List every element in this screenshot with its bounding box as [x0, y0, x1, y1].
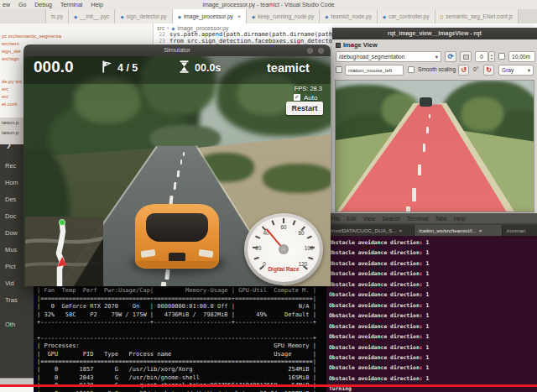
- check-icon: ✓: [295, 94, 300, 100]
- vscode-panel-file[interactable]: yc src/semantic_segmenta: [2, 33, 153, 40]
- terminal-output-line: Obstacle avoidance direction: 1: [329, 332, 537, 342]
- breadcrumb-file[interactable]: image_processor.py: [178, 25, 229, 31]
- red-alert-line: [0, 384, 537, 387]
- rotate-left-icon: ↺: [461, 66, 467, 74]
- segmentation-image[interactable]: [335, 80, 534, 212]
- terminal-menu-item[interactable]: Terminal: [407, 216, 429, 222]
- chevron-right-icon: ›: [167, 25, 169, 31]
- terminal-menubar: FileEditViewSearchTerminalTabsHelp: [326, 213, 537, 223]
- auto-checkbox[interactable]: ✓: [294, 94, 300, 101]
- tab-label: image_processor.py: [184, 13, 233, 19]
- maximize-button[interactable]: [318, 48, 324, 54]
- lane-dash: [412, 188, 416, 201]
- chevron-down-icon: ▾: [491, 57, 493, 60]
- terminal-output[interactable]: Obstacle avoidance direction: 1Obstacle …: [326, 236, 537, 392]
- vscode-tab[interactable]: ◆__init__.pyc: [69, 9, 115, 24]
- terminal-output-line: Obstacle avoidance direction: 1: [329, 374, 537, 384]
- hud-score: 000.0: [34, 58, 74, 76]
- vscode-tab[interactable]: ts.py: [46, 9, 69, 24]
- terminal-window: FileEditViewSearchTerminalTabsHelp /mnt/…: [326, 213, 537, 392]
- restart-button[interactable]: Restart: [286, 102, 323, 115]
- file-icon: ◆: [74, 14, 77, 19]
- smooth-scaling-label: Smooth scaling: [418, 66, 456, 72]
- close-icon[interactable]: ×: [237, 13, 241, 19]
- rqt-titlebar[interactable]: rqt_image_view__ImageView - rqt: [332, 28, 537, 39]
- distance-checkbox[interactable]: [498, 53, 505, 60]
- speedometer: 0 20 40 60 80 100 120 Digital Race: [244, 213, 323, 285]
- simulator-scene[interactable]: 000.0 4 / 5 00.0s teamict FPS: 28.3 ✓ Au…: [23, 56, 331, 286]
- tab-label: /catkin_ws/src/teamict/l...: [419, 227, 477, 233]
- vscode-tab-active[interactable]: ◆image_processor.py×: [173, 9, 247, 24]
- terminal-output-line: Obstacle avoidance direction: 1: [329, 311, 537, 321]
- trees: [461, 97, 503, 131]
- file-icon: ◆: [383, 14, 386, 19]
- save-image-button[interactable]: [460, 51, 472, 62]
- file-icon: ◆: [120, 14, 123, 19]
- rotate-left-button[interactable]: ↺: [458, 65, 469, 76]
- lane-dash: [429, 114, 430, 118]
- color-scheme-dropdown[interactable]: Gray▾: [498, 65, 534, 76]
- rotation-value: 0°: [473, 66, 478, 72]
- tab-label: car_controller.py: [388, 13, 429, 19]
- spin-arrows[interactable]: ▴▾: [488, 51, 495, 62]
- lane-dash: [180, 159, 182, 165]
- rotate-right-button[interactable]: ↻: [483, 65, 494, 76]
- vscode-menubar: ewGoDebugTerminalHelp image_processor.py…: [0, 0, 537, 9]
- tab-label: keep_running_node.py: [258, 13, 314, 19]
- trees: [74, 77, 141, 123]
- panel-title: Image View: [343, 41, 378, 49]
- vscode-tab[interactable]: ◆teamict_node.py: [320, 9, 378, 24]
- terminal-tab-active[interactable]: /catkin_ws/src/teamict/l... ×: [414, 225, 503, 236]
- line-number: 22: [154, 31, 165, 38]
- tab-label: ironman: [507, 227, 525, 233]
- distance-field[interactable]: 10,00m: [508, 51, 535, 62]
- terminal-output-line: Obstacle avoidance direction: 1: [329, 269, 537, 279]
- vscode-tab[interactable]: ◆keep_running_node.py: [247, 9, 320, 24]
- tab-label: __init__.pyc: [80, 13, 109, 19]
- terminal-output-line: Obstacle avoidance direction: 1: [329, 259, 537, 269]
- terminal-tab[interactable]: ironman: [503, 225, 537, 236]
- bushes: [263, 164, 331, 193]
- vscode-tab[interactable]: ◆sign_detector.py: [115, 9, 172, 24]
- fragment-tab[interactable]: tation.p: [0, 128, 23, 138]
- vscode-tab[interactable]: ◆car_controller.py: [378, 9, 435, 24]
- simulator-titlebar[interactable]: Simulator: [23, 44, 331, 56]
- terminal-menu-item[interactable]: View: [363, 216, 376, 222]
- terminal-menu-item[interactable]: Help: [454, 216, 466, 222]
- lane-dash: [418, 165, 421, 175]
- tab-label: sign_detector.py: [127, 13, 167, 19]
- simulator-window: Simulator: [23, 44, 331, 286]
- hud-checkpoints: 4 / 5: [117, 62, 138, 74]
- vscode-tab[interactable]: {}semantic_seg_ENet.conf.js: [435, 9, 519, 24]
- smooth-scaling-checkbox[interactable]: [408, 66, 414, 73]
- close-icon[interactable]: ×: [399, 227, 403, 233]
- close-icon[interactable]: ×: [479, 227, 482, 233]
- tab-label: ts.py: [51, 13, 63, 19]
- breadcrumb-folder[interactable]: src: [157, 25, 164, 31]
- terminal-menu-item[interactable]: Tabs: [435, 216, 447, 222]
- mouse-topic-checkbox[interactable]: [336, 66, 342, 73]
- terminal-menu-item[interactable]: File: [331, 216, 340, 222]
- terminal-output-line: Obstacle avoidance direction: 1: [329, 321, 537, 332]
- zoom-spinbox[interactable]: 0: [475, 51, 488, 62]
- refresh-topics-button[interactable]: ⟳: [445, 51, 456, 62]
- minimize-button[interactable]: [307, 48, 313, 54]
- terminal-output-line: Obstacle avoidance direction: 1: [329, 342, 537, 353]
- lane-dash: [426, 127, 429, 133]
- terminal-tab[interactable]: /mnt/DATA/CUOC_DUA_S... ×: [326, 225, 414, 236]
- gauge-label: 80: [298, 230, 304, 236]
- terminal-tabbar: /mnt/DATA/CUOC_DUA_S... × /catkin_ws/src…: [326, 223, 537, 236]
- panel-icon: [336, 43, 341, 48]
- rqt-window: rqt_image_view__ImageView - rqt Image Vi…: [332, 28, 537, 217]
- chevron-down-icon: ▾: [528, 67, 530, 74]
- fps-counter: FPS: 28.3: [238, 85, 322, 92]
- terminal-menu-item[interactable]: Edit: [347, 216, 357, 222]
- lane-dash: [423, 144, 425, 152]
- tab-label: semantic_seg_ENet.conf.js: [446, 13, 513, 19]
- terminal-menu-item[interactable]: Search: [382, 216, 400, 222]
- lane-dash: [161, 282, 167, 286]
- hud-team-name: teamict: [267, 61, 310, 75]
- fragment-tab[interactable]: tation.p: [0, 118, 23, 128]
- mouse-topic-field[interactable]: ntation_mouse_left: [345, 65, 404, 76]
- topic-dropdown[interactable]: /debug/road_segmentation ▾: [336, 51, 441, 62]
